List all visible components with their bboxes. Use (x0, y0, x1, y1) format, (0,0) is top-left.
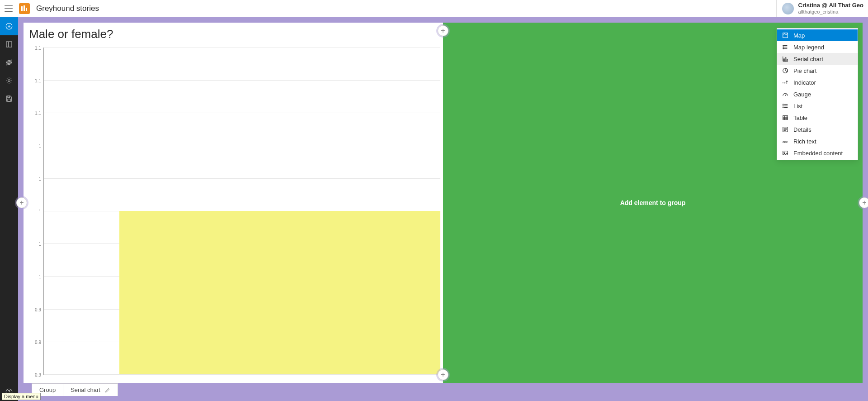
menu-item-label: Map (793, 32, 805, 39)
canvas: Male or female? 1.11.11.1111110.90.90.9 … (18, 17, 868, 401)
svg-point-35 (783, 107, 783, 108)
svg-rect-1 (24, 5, 25, 11)
menu-item-rich-text[interactable]: abcRich text (777, 135, 858, 147)
menu-item-label: Serial chart (793, 56, 823, 62)
svg-text:99: 99 (783, 81, 787, 85)
app-title: Greyhound stories (36, 4, 99, 13)
chart-gridline: 1 (44, 178, 440, 179)
menu-item-map-legend[interactable]: Map legend (777, 41, 858, 53)
chart-tick-label: 0.9 (35, 372, 41, 377)
menu-item-label: Pie chart (793, 67, 816, 74)
svg-rect-2 (26, 8, 27, 11)
menu-item-list[interactable]: List (777, 100, 858, 112)
main: Display a menu Male or female? 1.11.11.1… (0, 17, 868, 401)
chart-axis: 1.11.11.1111110.90.90.9 (43, 48, 440, 375)
menu-item-label: Map legend (793, 44, 824, 51)
gauge-icon (782, 91, 789, 98)
tab-serial-label: Serial chart (71, 387, 100, 393)
chart-gridline: 1.1 (44, 80, 440, 81)
app-logo[interactable] (19, 3, 30, 14)
menu-item-gauge[interactable]: Gauge (777, 88, 858, 100)
chart-tick-label: 1 (38, 143, 41, 148)
dashboard-icon (21, 5, 28, 12)
menu-item-indicator[interactable]: 99Indicator (777, 76, 858, 88)
user-block[interactable]: Cristina @ All That Geo allthatgeo_crist… (776, 0, 863, 17)
panels-row: Male or female? 1.11.11.1111110.90.90.9 … (24, 23, 863, 383)
table-icon (782, 114, 789, 121)
chart-tick-label: 1 (38, 176, 41, 181)
menu-item-label: Gauge (793, 91, 811, 98)
svg-rect-26 (787, 60, 788, 62)
menu-item-label: Table (793, 115, 807, 121)
chart-tick-label: 1.1 (35, 46, 41, 51)
chart-tick-label: 0.9 (35, 307, 41, 312)
menu-item-map[interactable]: Map (777, 29, 858, 41)
map-icon (782, 32, 789, 39)
user-handle: allthatgeo_cristina (798, 9, 863, 14)
svg-rect-6 (6, 42, 12, 47)
svg-rect-25 (785, 57, 786, 61)
svg-point-47 (784, 152, 785, 153)
map-legend-icon (782, 43, 789, 51)
menu-item-details[interactable]: Details (777, 124, 858, 135)
menu-item-label: Details (793, 126, 811, 133)
left-sidebar: Display a menu (0, 17, 18, 401)
chart-gridline: 1.1 (44, 113, 440, 113)
user-name: Cristina @ All That Geo (798, 2, 863, 9)
chart-tick-label: 1.1 (35, 111, 41, 116)
chart-gridline: 0.9 (44, 374, 440, 375)
menu-icon[interactable] (5, 5, 13, 12)
avatar (782, 3, 794, 14)
svg-rect-11 (8, 96, 10, 98)
menu-item-label: List (793, 103, 802, 110)
bottom-tab-bar: Group Serial chart (24, 383, 863, 396)
sidebar-layout-button[interactable] (0, 35, 18, 53)
tooltip: Display a menu (2, 393, 41, 400)
tab-serial-chart[interactable]: Serial chart (63, 383, 118, 396)
list-icon (782, 102, 789, 110)
sidebar-add-button[interactable] (0, 17, 18, 35)
indicator-icon: 99 (782, 79, 789, 86)
sidebar-theme-button[interactable] (0, 53, 18, 72)
chart-tick-label: 0.9 (35, 339, 41, 344)
svg-point-10 (8, 80, 10, 82)
sidebar-settings-button[interactable] (0, 72, 18, 90)
chart-area: 1.11.11.1111110.90.90.9 (24, 43, 443, 383)
pie-chart-icon (782, 67, 789, 74)
svg-point-33 (783, 104, 783, 105)
add-bottom-button[interactable]: + (438, 369, 448, 380)
edit-icon[interactable] (105, 387, 110, 393)
menu-item-embedded-content[interactable]: Embedded content (777, 147, 858, 159)
svg-rect-15 (783, 33, 788, 38)
menu-item-label: Indicator (793, 79, 816, 86)
sidebar-save-button[interactable] (0, 90, 18, 108)
chart-title: Male or female? (24, 23, 443, 43)
add-element-menu[interactable]: MapMap legendSerial chartPie chart99Indi… (777, 28, 858, 160)
group-drop-panel[interactable]: Add element to group + MapMap legendSeri… (443, 23, 863, 383)
top-bar: Greyhound stories Cristina @ All That Ge… (0, 0, 868, 17)
svg-rect-12 (8, 99, 10, 101)
svg-point-34 (783, 105, 783, 106)
menu-item-pie-chart[interactable]: Pie chart (777, 65, 858, 76)
menu-item-serial-chart[interactable]: Serial chart (777, 53, 858, 65)
add-left-button[interactable]: + (16, 197, 27, 208)
serial-chart-icon (782, 55, 789, 62)
chart-tick-label: 1.1 (35, 78, 41, 83)
chart-tick-label: 1 (38, 274, 41, 279)
svg-rect-24 (784, 59, 785, 61)
chart-panel[interactable]: Male or female? 1.11.11.1111110.90.90.9 … (24, 23, 443, 383)
svg-rect-36 (783, 116, 788, 120)
menu-item-label: Rich text (793, 138, 816, 145)
menu-item-label: Embedded content (793, 150, 843, 157)
details-icon (782, 126, 789, 133)
chart-bar (119, 211, 440, 374)
svg-text:abc: abc (783, 140, 788, 143)
add-top-button[interactable]: + (438, 25, 448, 36)
svg-line-29 (785, 94, 787, 95)
svg-rect-0 (21, 6, 23, 11)
chart-gridline: 1 (44, 146, 440, 146)
add-right-button[interactable]: + (859, 197, 868, 208)
embedded-content-icon (782, 149, 789, 157)
menu-item-table[interactable]: Table (777, 112, 858, 124)
group-drop-label: Add element to group (620, 199, 686, 206)
